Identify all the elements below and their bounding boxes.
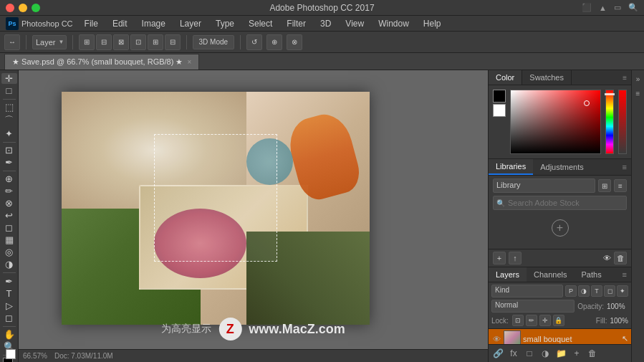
library-add-btn[interactable]: + — [493, 252, 506, 265]
menu-layer[interactable]: Layer — [177, 17, 204, 30]
mac-window-controls[interactable] — [6, 4, 40, 12]
menu-help[interactable]: Help — [420, 17, 444, 30]
rotate-btn[interactable]: ↺ — [246, 34, 262, 50]
artboard-tool[interactable]: □ — [1, 85, 17, 96]
library-search[interactable]: 🔍 — [493, 196, 627, 210]
library-add-circle-btn[interactable]: + — [552, 219, 569, 237]
eyedropper-tool[interactable]: ✒ — [1, 157, 17, 168]
3d-mode-btn[interactable]: 3D Mode — [193, 35, 235, 49]
hue-slider[interactable] — [605, 90, 614, 154]
eraser-tool[interactable]: ◻ — [1, 222, 17, 233]
layer-item-small-bouquet[interactable]: 👁 small bouquet ↖ — [489, 329, 631, 344]
lock-pixels-btn[interactable]: ✏ — [526, 315, 537, 326]
align-center-btn[interactable]: ⊟ — [96, 34, 112, 50]
menu-image[interactable]: Image — [139, 17, 168, 30]
dodge-tool[interactable]: ◑ — [1, 259, 17, 270]
warp-btn[interactable]: ⊗ — [287, 34, 302, 50]
healing-tool[interactable]: ⊕ — [1, 173, 17, 184]
menu-filter[interactable]: Filter — [284, 17, 309, 30]
library-eye-icon[interactable]: 👁 — [603, 254, 611, 262]
align-right-btn[interactable]: ⊠ — [113, 34, 129, 50]
libraries-menu-icon[interactable]: ≡ — [618, 160, 631, 174]
distribute-btn[interactable]: ⊡ — [130, 34, 146, 50]
layer-visibility-icon[interactable]: 👁 — [491, 335, 501, 343]
menu-3d[interactable]: 3D — [317, 17, 334, 30]
color-swatches[interactable] — [3, 358, 16, 359]
wand-tool[interactable]: ✦ — [1, 128, 17, 139]
layer-new-btn[interactable]: + — [570, 347, 583, 360]
pixel-filter-icon[interactable]: P — [565, 285, 577, 297]
canvas-area[interactable]: 66.57% Doc: 7.03M/11.0M 为高亮显示 Z www.MacZ… — [19, 70, 488, 362]
text-filter-icon[interactable]: T — [591, 285, 602, 297]
tab-layers[interactable]: Layers — [489, 267, 527, 282]
smart-filter-icon[interactable]: ✦ — [617, 285, 628, 297]
stamp-tool[interactable]: ⊗ — [1, 198, 17, 209]
close-button[interactable] — [6, 4, 14, 12]
layer-group-btn[interactable]: 📁 — [554, 347, 567, 360]
collapse-panel-btn[interactable]: » — [633, 73, 644, 85]
search-icon[interactable]: 🔍 — [628, 3, 638, 12]
marquee-tool[interactable]: ⬚ — [1, 102, 17, 113]
shape-tool[interactable]: ◻ — [1, 313, 17, 323]
gradient-tool[interactable]: ▦ — [1, 234, 17, 245]
layer-style-btn[interactable]: fx — [507, 347, 520, 360]
color-gradient-picker[interactable] — [510, 90, 601, 154]
library-select[interactable]: Library — [493, 178, 595, 193]
align-v-btn[interactable]: ⊞ — [148, 34, 163, 50]
path-tool[interactable]: ▷ — [1, 300, 17, 311]
document-tab[interactable]: ★ Save.psd @ 66.7% (small bouquet, RGB/8… — [4, 54, 199, 70]
menu-window[interactable]: Window — [375, 17, 412, 30]
layer-delete-btn[interactable]: 🗑 — [586, 347, 599, 360]
text-tool[interactable]: T — [1, 288, 17, 299]
align-left-btn[interactable]: ⊞ — [79, 34, 95, 50]
lock-all-btn[interactable]: 🔒 — [553, 315, 564, 326]
shape-filter-icon[interactable]: ◻ — [604, 285, 615, 297]
blur-tool[interactable]: ◎ — [1, 247, 17, 257]
layers-menu-icon[interactable]: ≡ — [618, 267, 631, 282]
panel-options-btn[interactable]: ≡ — [633, 87, 644, 99]
adjustment-filter-icon[interactable]: ◑ — [578, 285, 590, 297]
menu-file[interactable]: File — [82, 17, 101, 30]
lasso-tool[interactable]: ⌒ — [1, 114, 17, 127]
blend-mode-select[interactable]: Normal — [491, 300, 575, 313]
tab-adjustments[interactable]: Adjustments — [533, 160, 591, 174]
background-swatch[interactable] — [493, 104, 506, 117]
kind-select[interactable]: Kind — [491, 285, 563, 297]
opacity-slider[interactable] — [618, 90, 627, 154]
lock-position-btn[interactable]: ✛ — [539, 315, 551, 326]
layer-adjustment-btn[interactable]: ◑ — [539, 347, 552, 360]
align-h-btn[interactable]: ⊟ — [165, 34, 181, 50]
foreground-swatch[interactable] — [493, 90, 506, 103]
minimize-button[interactable] — [19, 4, 27, 12]
menu-select[interactable]: Select — [246, 17, 275, 30]
library-grid-view-btn[interactable]: ⊞ — [598, 179, 611, 192]
pen-tool[interactable]: ✒ — [1, 276, 17, 287]
library-delete-btn[interactable]: 🗑 — [614, 252, 627, 265]
tab-libraries[interactable]: Libraries — [489, 159, 533, 175]
tab-swatches[interactable]: Swatches — [522, 70, 572, 85]
tab-channels[interactable]: Channels — [527, 267, 574, 282]
lock-transparent-btn[interactable]: ⊡ — [512, 315, 524, 326]
fill-value[interactable]: 100% — [610, 317, 628, 325]
menu-view[interactable]: View — [342, 17, 367, 30]
color-fg-bg-small[interactable] — [493, 90, 506, 117]
history-tool[interactable]: ↩ — [1, 210, 17, 221]
layer-dropdown[interactable]: Layer ▼ — [32, 35, 67, 49]
tab-color[interactable]: Color — [489, 70, 522, 85]
menu-edit[interactable]: Edit — [110, 17, 130, 30]
background-color[interactable] — [6, 349, 16, 359]
move-tool[interactable]: ✛ — [1, 73, 17, 84]
hand-tool[interactable]: ✋ — [1, 329, 17, 340]
maximize-button[interactable] — [32, 4, 40, 12]
crop-tool[interactable]: ⊡ — [1, 145, 17, 156]
opacity-value[interactable]: 100% — [607, 303, 628, 310]
tab-paths[interactable]: Paths — [575, 267, 609, 282]
tool-mode-btn[interactable]: ↔ — [4, 34, 20, 50]
library-search-input[interactable] — [508, 199, 623, 207]
library-upload-btn[interactable]: ↑ — [509, 252, 522, 265]
layer-mask-btn[interactable]: □ — [523, 347, 536, 360]
color-panel-menu-icon[interactable]: ≡ — [618, 71, 631, 85]
transform-btn[interactable]: ⊕ — [266, 34, 282, 50]
tab-close-icon[interactable]: × — [187, 58, 191, 66]
brush-tool[interactable]: ✏ — [1, 186, 17, 196]
